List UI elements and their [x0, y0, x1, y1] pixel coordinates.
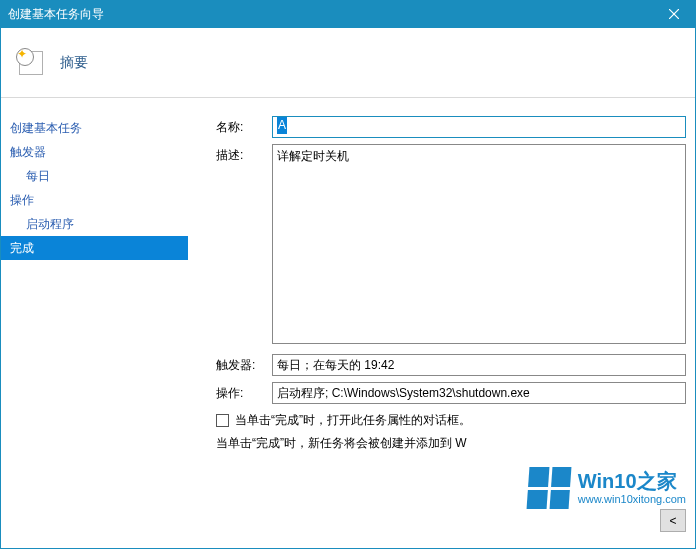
finish-info-text: 当单击“完成”时，新任务将会被创建并添加到 W: [216, 435, 686, 452]
wizard-buttons: <: [660, 509, 686, 532]
wizard-header: ✦ 摘要: [0, 28, 696, 98]
trigger-value: 每日；在每天的 19:42: [272, 354, 686, 376]
sidebar-step-1[interactable]: 触发器: [0, 140, 188, 164]
wizard-content: 名称: A 描述: 触发器: 每日；在每天的 19:42 操作: 启动程序; C…: [188, 98, 696, 538]
action-label: 操作:: [216, 382, 272, 402]
desc-textarea[interactable]: [272, 144, 686, 344]
desc-row: 描述:: [216, 144, 686, 344]
wizard-icon: ✦: [16, 48, 46, 78]
open-properties-label: 当单击“完成”时，打开此任务属性的对话框。: [235, 412, 471, 429]
sidebar-step-3[interactable]: 操作: [0, 188, 188, 212]
action-value: 启动程序; C:\Windows\System32\shutdown.exe: [272, 382, 686, 404]
sidebar-step-5[interactable]: 完成: [0, 236, 188, 260]
window-title: 创建基本任务向导: [8, 6, 104, 23]
wizard-sidebar: 创建基本任务触发器每日操作启动程序完成: [0, 98, 188, 538]
title-bar: 创建基本任务向导: [0, 0, 696, 28]
close-button[interactable]: [652, 0, 696, 28]
name-input[interactable]: A: [272, 116, 686, 138]
desc-label: 描述:: [216, 144, 272, 164]
back-button[interactable]: <: [660, 509, 686, 532]
name-value: A: [277, 117, 287, 134]
page-title: 摘要: [60, 54, 88, 72]
name-row: 名称: A: [216, 116, 686, 138]
trigger-label: 触发器:: [216, 354, 272, 374]
sidebar-step-0[interactable]: 创建基本任务: [0, 116, 188, 140]
sidebar-step-2[interactable]: 每日: [0, 164, 188, 188]
action-row: 操作: 启动程序; C:\Windows\System32\shutdown.e…: [216, 382, 686, 404]
trigger-row: 触发器: 每日；在每天的 19:42: [216, 354, 686, 376]
name-label: 名称:: [216, 116, 272, 136]
sidebar-step-4[interactable]: 启动程序: [0, 212, 188, 236]
open-properties-row[interactable]: 当单击“完成”时，打开此任务属性的对话框。: [216, 412, 686, 429]
open-properties-checkbox[interactable]: [216, 414, 229, 427]
close-icon: [669, 9, 679, 19]
wizard-body: 创建基本任务触发器每日操作启动程序完成 名称: A 描述: 触发器: 每日；在每…: [0, 98, 696, 538]
